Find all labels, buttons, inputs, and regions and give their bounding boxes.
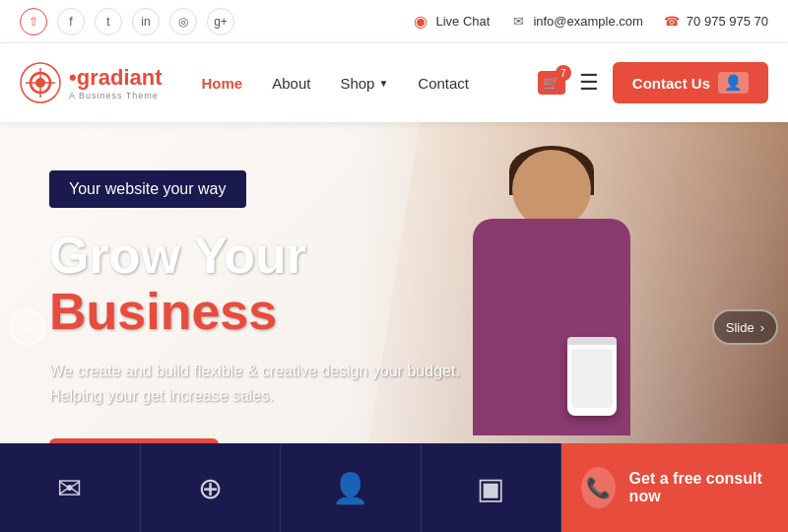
social-links: ⇧ f t in ◎ g+	[20, 8, 234, 35]
bottom-bar: ✉ ⊕ 👤 ▣ 📞 Get a free consult now	[0, 443, 788, 532]
twitter-icon[interactable]: t	[95, 8, 122, 35]
linkedin-icon[interactable]: in	[132, 8, 160, 35]
nav-links: Home About Shop ▼ Contact	[202, 75, 538, 92]
instagram-icon[interactable]: ◎	[169, 8, 197, 35]
bottom-user-item[interactable]: 👤	[281, 443, 422, 532]
phone-number: 70 975 975 70	[687, 14, 768, 29]
bottom-support-item[interactable]: ⊕	[141, 443, 282, 532]
bottom-user-icon: 👤	[332, 471, 368, 505]
hero-tag: Your website your way	[49, 170, 246, 208]
prev-slide-button[interactable]: ‹	[10, 309, 45, 345]
top-bar: ⇧ f t in ◎ g+ ◉ Live Chat ✉ info@example…	[0, 0, 788, 43]
logo-name: •gradiant	[69, 65, 163, 91]
contact-us-button[interactable]: Contact Us 👤	[613, 62, 768, 103]
facebook-icon[interactable]: f	[57, 8, 85, 35]
user-icon: 👤	[718, 72, 749, 94]
nav-right: 🛒 7 ☰ Contact Us 👤	[538, 62, 768, 103]
slide-label: Slide	[726, 320, 755, 335]
googleplus-icon[interactable]: g+	[207, 8, 234, 35]
contact-info: ◉ Live Chat ✉ info@example.com ☎ 70 975 …	[412, 13, 768, 31]
cart-button[interactable]: 🛒 7	[538, 71, 565, 95]
logo-icon	[20, 62, 61, 103]
logo-dot: •	[69, 65, 77, 90]
logo-subtitle: A Business Theme	[69, 91, 163, 100]
next-slide-button[interactable]: Slide ›	[712, 309, 778, 345]
hero-title: Grow Your Business	[49, 228, 483, 340]
next-arrow-icon: ›	[760, 320, 764, 335]
cart-badge: 7	[556, 65, 571, 81]
chevron-down-icon: ▼	[378, 78, 388, 89]
consult-button[interactable]: 📞 Get a free consult now	[561, 443, 788, 532]
hero-title-red: Business	[49, 283, 277, 340]
bottom-box-item[interactable]: ▣	[422, 443, 562, 532]
nav-about[interactable]: About	[272, 75, 310, 92]
chat-icon: ◉	[412, 13, 429, 31]
bottom-box-icon: ▣	[477, 471, 504, 505]
phone-link[interactable]: ☎ 70 975 975 70	[663, 13, 768, 31]
email-link[interactable]: ✉ info@example.com	[509, 13, 642, 31]
logo[interactable]: •gradiant A Business Theme	[20, 62, 163, 103]
consult-label: Get a free consult now	[629, 470, 768, 505]
live-chat-link[interactable]: ◉ Live Chat	[412, 13, 490, 31]
nav-shop[interactable]: Shop ▼	[340, 75, 388, 92]
bottom-mail-icon: ✉	[57, 471, 82, 505]
person-phone	[567, 337, 617, 416]
mail-icon: ✉	[509, 13, 527, 31]
bottom-support-icon: ⊕	[198, 471, 223, 505]
phone-circle-icon: 📞	[581, 467, 616, 508]
hamburger-menu[interactable]: ☰	[579, 70, 599, 96]
nav-home[interactable]: Home	[202, 75, 243, 92]
live-chat-label: Live Chat	[435, 14, 490, 29]
navbar: •gradiant A Business Theme Home About Sh…	[0, 43, 788, 122]
hero-description: We create and build flexible & creative …	[49, 359, 463, 409]
nav-contact[interactable]: Contact	[418, 75, 469, 92]
phone-icon: ☎	[663, 13, 681, 31]
bottom-icons: ✉ ⊕ 👤 ▣	[0, 443, 561, 532]
hero-title-white: Grow Your	[49, 227, 306, 284]
email-address: info@example.com	[533, 14, 642, 29]
person-head	[512, 150, 591, 229]
logo-text-group: •gradiant A Business Theme	[69, 65, 163, 100]
hero-section: Your website your way Grow Your Business…	[0, 122, 788, 532]
bottom-mail-item[interactable]: ✉	[0, 443, 141, 532]
share-icon[interactable]: ⇧	[20, 8, 47, 35]
